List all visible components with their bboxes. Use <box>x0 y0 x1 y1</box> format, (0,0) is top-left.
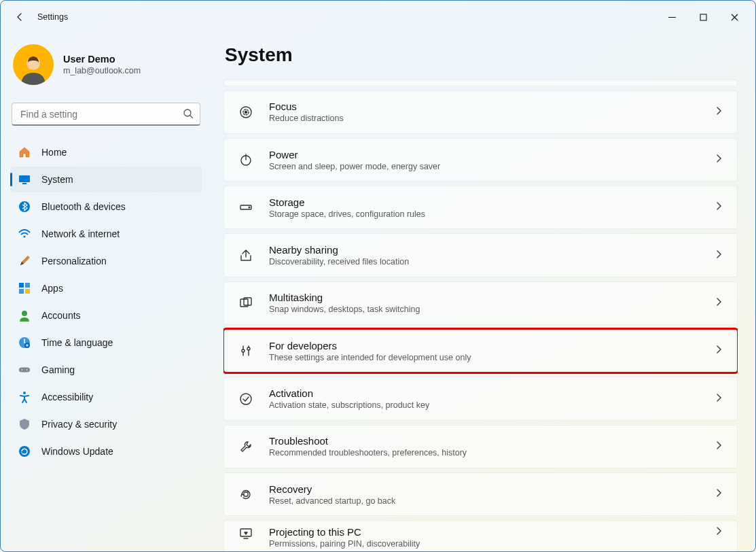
nav-item-brush[interactable]: Personalization <box>10 248 202 274</box>
card-title: Multitasking <box>269 292 420 303</box>
settings-card-power[interactable]: PowerScreen and sleep, power mode, energ… <box>223 138 738 182</box>
main-content: System FocusReduce distractionsPowerScre… <box>211 33 755 552</box>
dev-icon <box>238 343 254 358</box>
settings-card-activation[interactable]: ActivationActivation state, subscription… <box>223 377 738 420</box>
settings-card-multitask[interactable]: MultitaskingSnap windows, desktops, task… <box>223 281 738 325</box>
svg-point-21 <box>245 111 247 113</box>
svg-point-24 <box>249 207 250 209</box>
minimize-button[interactable] <box>656 6 687 28</box>
settings-list: FocusReduce distractionsPowerScreen and … <box>223 80 738 552</box>
nav-item-update[interactable]: Windows Update <box>10 438 202 464</box>
nav-item-bluetooth[interactable]: Bluetooth & devices <box>10 194 202 220</box>
home-icon <box>18 146 31 158</box>
nav-label: Personalization <box>41 256 107 266</box>
card-title: Power <box>269 149 440 160</box>
nav-label: Accessibility <box>41 392 93 402</box>
window-title: Settings <box>37 12 68 22</box>
user-email: m_lab@outlook.com <box>63 66 141 75</box>
maximize-button[interactable] <box>687 6 719 28</box>
svg-rect-8 <box>25 283 30 288</box>
card-subtitle: Permissions, pairing PIN, discoverabilit… <box>269 539 420 549</box>
nav-item-gamepad[interactable]: Gaming <box>10 357 202 383</box>
share-icon <box>238 248 254 263</box>
search-box[interactable] <box>12 103 200 126</box>
user-name: User Demo <box>63 54 141 65</box>
settings-card-recovery[interactable]: RecoveryReset, advanced startup, go back <box>223 472 738 516</box>
nav-item-home[interactable]: Home <box>10 139 202 165</box>
settings-card-wrench[interactable]: TroubleshootRecommended troubleshooters,… <box>223 425 738 468</box>
settings-card-focus[interactable]: FocusReduce distractions <box>223 90 738 134</box>
brush-icon <box>18 255 31 267</box>
svg-point-6 <box>24 236 26 238</box>
power-icon <box>238 152 254 167</box>
system-icon <box>18 173 31 186</box>
settings-card-storage[interactable]: StorageStorage space, drives, configurat… <box>223 186 738 229</box>
gamepad-icon <box>18 364 31 376</box>
back-button[interactable] <box>10 7 29 27</box>
recovery-icon <box>238 487 254 502</box>
settings-card-share[interactable]: Nearby sharingDiscoverability, received … <box>223 233 738 277</box>
settings-card-partial[interactable] <box>223 80 738 86</box>
svg-rect-7 <box>19 283 24 288</box>
card-title: For developers <box>269 340 471 351</box>
nav-label: System <box>41 174 73 185</box>
svg-rect-10 <box>25 289 30 294</box>
close-icon <box>731 14 738 21</box>
settings-card-project[interactable]: Projecting to this PCPermissions, pairin… <box>223 520 738 552</box>
svg-rect-4 <box>22 183 26 184</box>
nav-label: Apps <box>41 283 63 294</box>
bluetooth-icon <box>18 201 31 213</box>
wifi-icon <box>18 228 31 240</box>
apps-icon <box>18 282 31 294</box>
search-icon <box>183 108 194 122</box>
chevron-right-icon <box>714 393 723 405</box>
nav-item-wifi[interactable]: Network & internet <box>10 221 202 247</box>
maximize-icon <box>700 14 707 21</box>
close-button[interactable] <box>719 6 750 28</box>
svg-rect-3 <box>19 175 30 182</box>
card-title: Nearby sharing <box>269 244 409 256</box>
chevron-right-icon <box>714 526 723 538</box>
nav-label: Gaming <box>41 364 75 375</box>
svg-rect-0 <box>700 14 706 20</box>
chevron-right-icon <box>714 154 723 166</box>
arrow-left-icon <box>14 12 25 22</box>
search-input[interactable] <box>12 103 200 126</box>
nav-item-person[interactable]: Accounts <box>10 303 202 328</box>
storage-icon <box>238 200 254 215</box>
card-subtitle: Screen and sleep, power mode, energy sav… <box>269 162 440 171</box>
svg-rect-30 <box>244 492 248 496</box>
card-subtitle: Discoverability, received files location <box>269 257 409 266</box>
svg-point-17 <box>23 392 26 394</box>
focus-icon <box>238 105 254 120</box>
card-title: Troubleshoot <box>269 435 467 447</box>
chevron-right-icon <box>714 488 723 500</box>
card-subtitle: Recommended troubleshooters, preferences… <box>269 448 467 458</box>
shield-icon <box>18 418 31 430</box>
profile[interactable]: User Demo m_lab@outlook.com <box>10 40 202 99</box>
card-subtitle: Snap windows, desktops, task switching <box>269 305 420 314</box>
nav-item-shield[interactable]: Privacy & security <box>10 411 202 437</box>
svg-point-15 <box>22 369 23 370</box>
chevron-right-icon <box>714 249 723 262</box>
update-icon <box>18 445 31 458</box>
nav-item-accessibility[interactable]: Accessibility <box>10 384 202 410</box>
nav-label: Network & internet <box>41 228 120 239</box>
clock-icon <box>18 337 31 349</box>
nav-label: Privacy & security <box>41 419 117 430</box>
multitask-icon <box>238 296 254 311</box>
nav-label: Time & language <box>41 337 113 348</box>
nav-item-clock[interactable]: Time & language <box>10 330 202 356</box>
nav-item-apps[interactable]: Apps <box>10 275 202 301</box>
card-subtitle: These settings are intended for developm… <box>269 353 471 362</box>
card-title: Storage <box>269 196 425 208</box>
nav-item-system[interactable]: System <box>10 167 202 192</box>
minimize-icon <box>668 14 676 21</box>
card-title: Activation <box>269 387 429 399</box>
card-subtitle: Reset, advanced startup, go back <box>269 496 395 506</box>
svg-point-2 <box>184 109 191 116</box>
settings-card-dev[interactable]: For developersThese settings are intende… <box>223 329 738 373</box>
nav-label: Bluetooth & devices <box>41 201 126 212</box>
svg-point-11 <box>22 311 27 316</box>
page-title: System <box>225 44 738 66</box>
